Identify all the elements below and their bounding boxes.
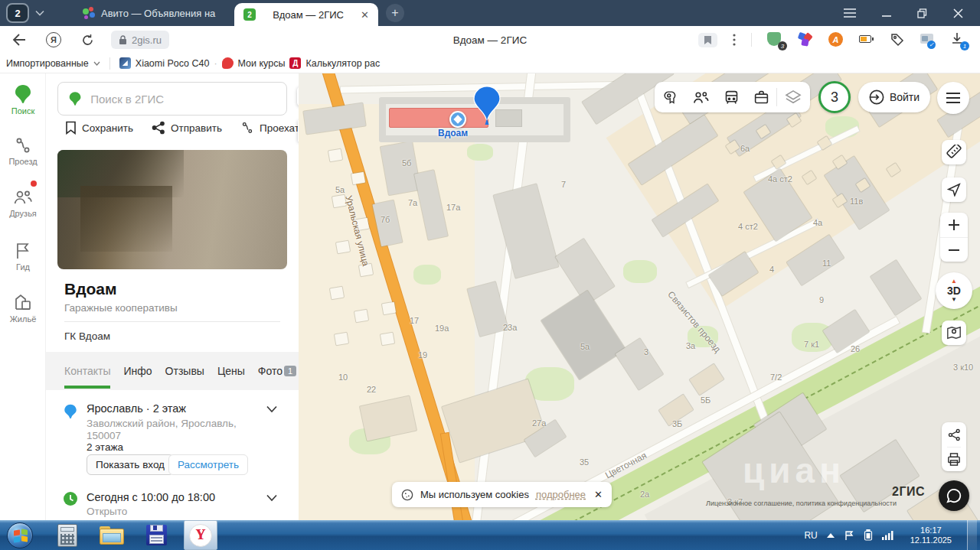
downloads-icon[interactable]: 1 [951, 32, 966, 47]
avito-favicon-icon [83, 7, 95, 19]
browser-menu-icon[interactable] [844, 8, 856, 18]
language-indicator[interactable]: RU [804, 530, 817, 541]
map-menu-button[interactable] [937, 82, 969, 114]
building-number-label: 3Б [672, 419, 682, 428]
locate-button[interactable] [942, 177, 966, 202]
network-signal-icon[interactable] [882, 530, 895, 540]
license-links[interactable]: Лицензионное соглашение, политика конфид… [706, 500, 897, 507]
tab-avito[interactable]: Авито — Объявления на [74, 0, 219, 26]
save-button[interactable]: Сохранить [65, 121, 133, 135]
friends-map-icon[interactable] [685, 89, 717, 106]
tab-close-icon[interactable]: ✕ [361, 9, 369, 21]
taskbar-yandex-browser[interactable]: Y [184, 520, 217, 550]
login-icon [869, 89, 884, 105]
rail-item-route[interactable]: Проезд [0, 136, 46, 166]
bookmarks-folder[interactable]: Импортированные [6, 58, 89, 69]
bookmark-icon [65, 121, 77, 135]
start-button[interactable] [0, 520, 40, 550]
window-minimize-button[interactable] [882, 8, 891, 18]
rail-item-housing[interactable]: Жильё [0, 292, 46, 324]
marker-label[interactable]: Вдоам [438, 128, 468, 138]
building-number-label: 11в [850, 197, 863, 206]
extension-adguard-icon[interactable]: 3 [767, 32, 782, 47]
tray-expand-icon[interactable] [827, 533, 835, 538]
login-button[interactable]: Войти [858, 82, 930, 112]
building-number-label: 5а [580, 342, 590, 351]
window-close-button[interactable] [953, 8, 963, 18]
building-number-label: 3 к10 [953, 363, 973, 372]
2gis-logo[interactable]: 2ГИС [892, 485, 925, 499]
tab-prices[interactable]: Цены [217, 365, 245, 377]
taskbar-calculator[interactable] [51, 520, 84, 550]
cookie-details-link[interactable]: подробнее [536, 489, 586, 500]
work-icon[interactable] [746, 89, 776, 106]
tilt-up-icon[interactable]: ▲ [951, 278, 957, 285]
view-button[interactable]: Рассмотреть [168, 454, 248, 475]
address-district: Заволжский район, Ярославль, [87, 418, 237, 430]
extension-stars-icon[interactable] [798, 32, 813, 47]
hours-text[interactable]: Сегодня с 10:00 до 18:00 [87, 491, 215, 503]
send-button[interactable]: Отправить [152, 121, 222, 135]
reload-button[interactable] [81, 34, 94, 47]
rail-item-guide[interactable]: Гид [0, 242, 46, 272]
zoom-in-button[interactable] [940, 213, 968, 237]
tab-photos[interactable]: Фото1 [258, 365, 296, 377]
window-restore-button[interactable] [917, 8, 927, 18]
place-photo[interactable] [57, 150, 287, 269]
route-to-button[interactable]: Проехать [240, 121, 305, 135]
place-org[interactable]: ГК Вдоам [64, 330, 110, 342]
place-marker[interactable] [449, 111, 466, 128]
search-input[interactable] [90, 93, 276, 106]
tab-counter-button[interactable]: 2 [6, 3, 29, 23]
tab-contacts[interactable]: Контакты [64, 365, 110, 377]
tab-info[interactable]: Инфо [123, 365, 152, 377]
address-bar[interactable]: 2gis.ru [111, 31, 169, 49]
tab-2gis-active[interactable]: 2 Вдоам — 2ГИС ✕ [234, 3, 378, 26]
place-title: Вдоам [64, 280, 117, 298]
layers-icon[interactable] [777, 89, 809, 105]
action-center-flag-icon[interactable] [844, 530, 854, 541]
back-button[interactable] [12, 34, 26, 46]
taskbar-save[interactable] [139, 520, 173, 550]
extension-tag-icon[interactable] [890, 32, 905, 47]
tab-list-chevron-icon[interactable] [35, 10, 44, 16]
stories-button[interactable] [942, 321, 966, 345]
toolbar-kebab-icon[interactable] [733, 34, 736, 46]
address-title[interactable]: Ярославль · 2 этаж [87, 402, 186, 415]
print-button[interactable] [947, 447, 961, 471]
extension-orange-a-icon[interactable]: A [828, 32, 844, 47]
transport-icon[interactable] [717, 89, 746, 106]
selected-pin-icon[interactable] [472, 85, 502, 128]
bookmark-page-icon[interactable] [698, 33, 717, 47]
map-canvas[interactable]: Вдоам 5б5а7а17а7б76а4а ст211в4 ст24а4119… [299, 73, 980, 520]
rail-item-friends[interactable]: Друзья [0, 188, 46, 218]
extension-screenshot-icon[interactable]: ✓ [920, 32, 936, 47]
3d-tilt-control[interactable]: ▲ 3D ▼ [936, 272, 972, 309]
taskbar-clock[interactable]: 16:17 12.11.2025 [904, 526, 958, 545]
bookmark-item[interactable]: Xiaomi Poco C40 [136, 58, 210, 69]
ruler-button[interactable] [942, 140, 966, 164]
yandex-services-icon[interactable]: Я [46, 32, 61, 47]
map-building [330, 287, 344, 300]
feedback-chat-button[interactable] [939, 480, 969, 511]
address-chevron-icon[interactable] [266, 404, 277, 415]
extension-battery-icon[interactable] [859, 32, 874, 47]
show-desktop-button[interactable] [967, 520, 977, 550]
tilt-down-icon[interactable]: ▼ [951, 297, 957, 303]
bookmark-item[interactable]: Калькулятор рас [305, 58, 380, 69]
zoom-out-button[interactable] [940, 237, 968, 262]
traffic-score-button[interactable]: 3 [818, 81, 851, 113]
landmarks-icon[interactable] [655, 89, 685, 106]
show-entrance-button[interactable]: Показать вход [87, 454, 174, 475]
new-tab-button[interactable]: + [386, 4, 404, 22]
hours-chevron-icon[interactable] [266, 493, 277, 503]
rail-item-search[interactable]: Поиск [0, 84, 46, 116]
bookmark-item[interactable]: Мои курсы [238, 58, 286, 69]
xiaomi-favicon-icon [119, 57, 131, 69]
share-map-button[interactable] [948, 422, 961, 447]
tab-reviews[interactable]: Отзывы [165, 365, 204, 377]
taskbar-explorer[interactable] [95, 520, 129, 550]
battery-icon[interactable] [864, 529, 873, 541]
search-box[interactable] [57, 82, 287, 116]
cookie-close-icon[interactable]: ✕ [594, 489, 603, 500]
